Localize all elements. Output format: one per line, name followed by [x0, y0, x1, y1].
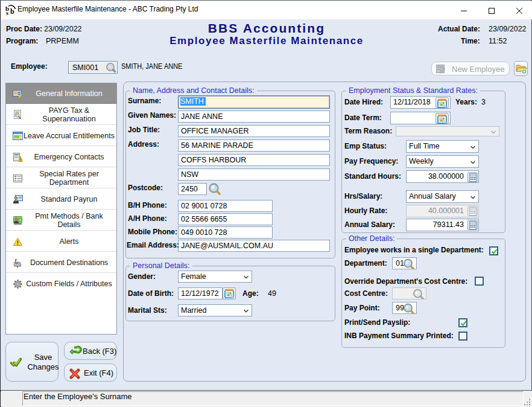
- svg-text:s: s: [6, 10, 8, 16]
- svg-text:b: b: [10, 7, 14, 16]
